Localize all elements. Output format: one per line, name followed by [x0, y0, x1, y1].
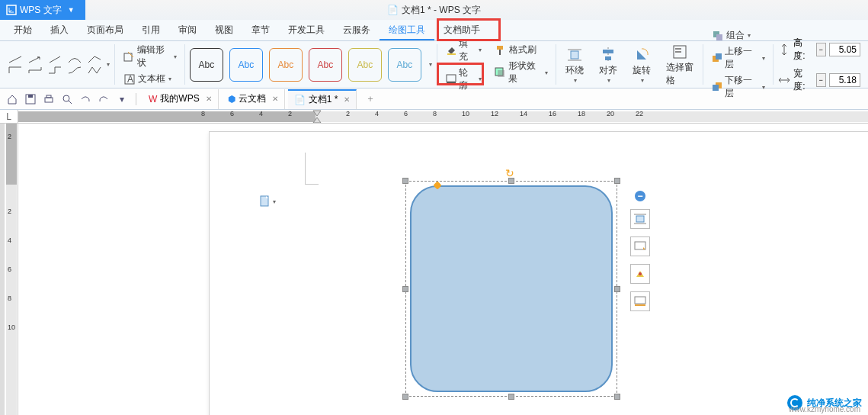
shape-s-curve-icon[interactable]: [67, 66, 82, 75]
more-qat-icon[interactable]: ▾: [114, 92, 130, 107]
height-minus-button[interactable]: −: [816, 43, 826, 56]
wrap-button[interactable]: 环绕▾: [561, 44, 588, 85]
shape-style-6[interactable]: Abc: [388, 48, 421, 82]
tab-start[interactable]: 开始: [5, 19, 41, 40]
shape-zigzag-icon[interactable]: [87, 66, 102, 75]
shape-arrow-icon[interactable]: [27, 55, 43, 64]
tab-view[interactable]: 视图: [206, 19, 242, 40]
paragraph-marker[interactable]: ▾: [259, 195, 276, 208]
shape-connector-icon[interactable]: [47, 66, 62, 75]
height-field: 高度: − 5.05: [778, 37, 860, 63]
width-minus-button[interactable]: −: [816, 73, 826, 87]
shape-elbow-icon[interactable]: [8, 66, 23, 75]
rounded-rect-shape[interactable]: [410, 185, 613, 392]
group-icon: [711, 30, 725, 42]
outline-button[interactable]: 轮廓 ▾: [442, 66, 485, 93]
tab-review[interactable]: 审阅: [169, 19, 206, 40]
save-icon[interactable]: [23, 92, 38, 107]
shape-style-2[interactable]: Abc: [229, 48, 263, 82]
resize-handle-br[interactable]: [614, 394, 620, 400]
shape-double-arrow-icon[interactable]: [47, 55, 62, 64]
doc-tab-cloud[interactable]: ⬢ 云文档 ✕: [222, 89, 285, 109]
doc-tab-add[interactable]: ＋: [360, 89, 381, 109]
svg-line-3: [50, 56, 60, 63]
mini-layout-button[interactable]: [630, 209, 650, 229]
shape-angle-icon[interactable]: [87, 55, 102, 64]
mini-color-button[interactable]: [630, 264, 650, 284]
group-button[interactable]: 组合 ▾: [708, 28, 768, 43]
undo-icon[interactable]: [78, 92, 93, 107]
doc-tab-mywps[interactable]: W 我的WPS ✕: [143, 89, 219, 109]
send-backward-label: 下移一层: [725, 74, 758, 100]
tab-drawing-tools[interactable]: 绘图工具: [380, 19, 434, 40]
fill-button[interactable]: 填充 ▾: [442, 37, 485, 64]
format-painter-button[interactable]: 格式刷: [491, 43, 551, 57]
svg-rect-38: [636, 216, 644, 222]
svg-rect-18: [603, 50, 613, 53]
svg-point-42: [639, 272, 642, 275]
tab-section[interactable]: 章节: [242, 19, 279, 40]
svg-line-2: [29, 57, 40, 63]
height-input[interactable]: 5.05: [829, 43, 860, 56]
shape-style-1[interactable]: Abc: [190, 48, 223, 82]
send-backward-button[interactable]: 下移一层 ▾: [708, 73, 768, 101]
svg-rect-33: [45, 98, 53, 102]
mini-outline-button[interactable]: [630, 291, 650, 311]
select-pane-button[interactable]: 选择窗格: [661, 41, 698, 88]
horizontal-ruler[interactable]: 8 6 4 2 2 4 6 8 10 12 14 16 18 20 22: [18, 110, 868, 124]
align-button[interactable]: 对齐▾: [594, 44, 622, 85]
shape-style-5[interactable]: Abc: [348, 48, 382, 82]
tab-devtools[interactable]: 开发工具: [279, 19, 334, 40]
redo-icon[interactable]: [96, 92, 111, 107]
preview-icon[interactable]: [59, 92, 75, 107]
tab-reference[interactable]: 引用: [133, 19, 169, 40]
doc-title-label: 文档1 * - WPS 文字: [402, 4, 481, 17]
width-input[interactable]: 5.18: [829, 73, 860, 87]
resize-handle-bl[interactable]: [402, 394, 408, 400]
shape-curve-icon[interactable]: [67, 55, 82, 64]
tab-page-layout[interactable]: 页面布局: [78, 19, 133, 40]
doc-tab-doc1[interactable]: 📄 文档1 * ✕: [288, 89, 357, 109]
resize-handle-rm[interactable]: [614, 286, 620, 292]
edit-shape-icon: [123, 50, 136, 63]
svg-rect-9: [447, 82, 456, 84]
resize-handle-tr[interactable]: [614, 178, 620, 184]
close-icon[interactable]: ✕: [272, 95, 278, 103]
shape-style-3[interactable]: Abc: [269, 48, 303, 82]
ruler-corner: L: [0, 110, 18, 124]
print-icon[interactable]: [41, 92, 56, 107]
vertical-ruler[interactable]: 2 2 4 6 8 10: [5, 124, 18, 415]
wrap-icon: [565, 46, 584, 64]
bring-forward-icon: [711, 52, 724, 64]
indent-marker-icon[interactable]: [312, 110, 322, 124]
shape-style-4[interactable]: Abc: [309, 48, 342, 82]
app-name-button[interactable]: WPS 文字 ▼: [0, 0, 85, 20]
cube-icon: ⬢: [228, 94, 235, 105]
edit-shape-button[interactable]: 编辑形状 ▾: [120, 43, 180, 70]
resize-handle-tm[interactable]: [508, 178, 514, 184]
doc-icon: 📄: [294, 95, 306, 105]
bring-forward-button[interactable]: 上移一层 ▾: [708, 44, 768, 72]
svg-rect-14: [571, 51, 578, 59]
watermark-sub: www.kzmyhome.com: [789, 405, 860, 413]
rotate-button[interactable]: 旋转▾: [628, 44, 655, 85]
tab-cloud[interactable]: 云服务: [334, 19, 380, 40]
text-box-button[interactable]: A 文本框 ▾: [120, 72, 180, 86]
styles-more-caret-icon[interactable]: ▾: [429, 61, 432, 68]
separator: [136, 93, 136, 105]
collapse-button[interactable]: −: [635, 191, 645, 201]
shape-effect-button[interactable]: 形状效果 ▾: [491, 59, 551, 86]
shapes-more-caret-icon[interactable]: ▾: [107, 61, 110, 68]
shape-line-icon[interactable]: [8, 55, 23, 64]
resize-handle-tl[interactable]: [402, 178, 408, 184]
close-icon[interactable]: ✕: [206, 95, 212, 103]
resize-handle-bm[interactable]: [508, 394, 514, 400]
mini-fill-button[interactable]: [630, 236, 650, 256]
close-icon[interactable]: ✕: [344, 95, 350, 104]
selected-shape[interactable]: ↻: [405, 181, 617, 397]
outline-icon: [445, 73, 457, 85]
home-icon[interactable]: [5, 92, 20, 107]
tab-insert[interactable]: 插入: [41, 19, 78, 40]
shape-elbow-arrow-icon[interactable]: [27, 66, 43, 75]
resize-handle-lm[interactable]: [402, 286, 408, 292]
